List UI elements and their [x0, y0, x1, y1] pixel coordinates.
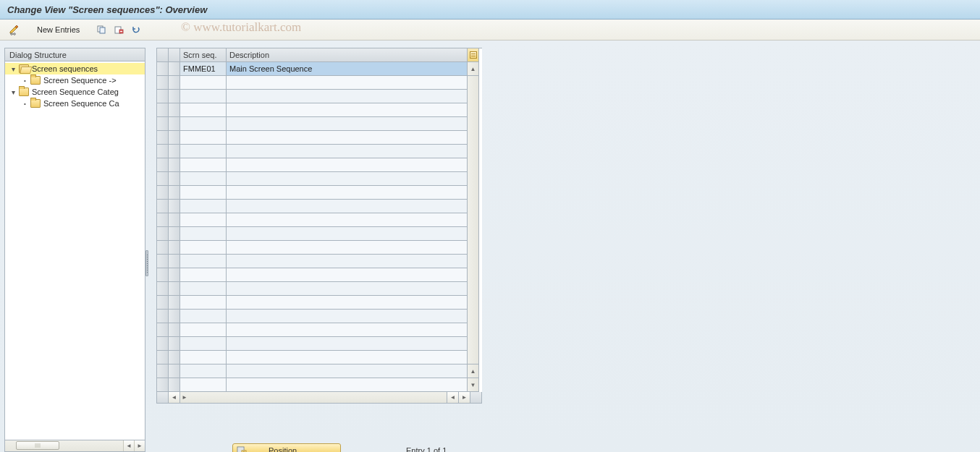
grid-row-selector[interactable]	[169, 186, 180, 200]
grid-row-marker[interactable]	[157, 103, 169, 117]
grid-cell-empty[interactable]	[180, 296, 227, 310]
grid-row-marker[interactable]	[157, 241, 169, 255]
grid-row-marker[interactable]	[157, 145, 169, 158]
grid-cell-empty[interactable]	[180, 364, 227, 378]
grid-row-marker[interactable]	[157, 62, 169, 76]
grid-hscroll-right-outer[interactable]: ►	[459, 392, 470, 404]
collapse-icon[interactable]: ▾	[9, 88, 17, 96]
grid-row-selector[interactable]	[169, 241, 180, 255]
grid-cell-empty[interactable]	[180, 117, 227, 131]
delete-button[interactable]	[111, 22, 127, 37]
grid-cell-empty[interactable]	[180, 227, 227, 241]
grid-row-selector[interactable]	[169, 323, 180, 337]
grid-row-marker[interactable]	[157, 90, 169, 103]
grid-cell-empty[interactable]	[227, 117, 468, 131]
grid-cell-empty[interactable]	[180, 378, 227, 392]
grid-row-selector[interactable]	[169, 145, 180, 158]
grid-cell-empty[interactable]	[180, 158, 227, 172]
grid-row-marker[interactable]	[157, 200, 169, 213]
grid-cell-empty[interactable]	[227, 296, 468, 310]
grid-row-selector[interactable]	[169, 364, 180, 378]
sidebar-hscroll-left[interactable]: ◄	[123, 440, 134, 451]
dialog-structure-tree[interactable]: ▾Screen sequences•Screen Sequence ->▾Scr…	[4, 61, 145, 440]
grid-cell-empty[interactable]	[227, 158, 468, 172]
grid-cell-empty[interactable]	[180, 213, 227, 227]
grid-row-marker[interactable]	[157, 227, 169, 241]
sidebar-hscrollbar[interactable]: ◄ ►	[4, 440, 145, 452]
grid-cell-empty[interactable]	[227, 200, 468, 213]
grid-cell-empty[interactable]	[180, 186, 227, 200]
tree-node[interactable]: ▾Screen Sequence Categ	[5, 86, 145, 98]
grid-cell-empty[interactable]	[227, 76, 468, 90]
grid-cell-empty[interactable]	[227, 131, 468, 145]
grid-hscroll-right-inner[interactable]: ◄	[447, 392, 459, 404]
grid-cell-empty[interactable]	[180, 351, 227, 364]
grid-cell-empty[interactable]	[180, 131, 227, 145]
grid-cell-empty[interactable]	[180, 255, 227, 268]
splitter-handle[interactable]	[145, 250, 148, 276]
grid-cell-empty[interactable]	[227, 337, 468, 351]
grid-row-marker[interactable]	[157, 323, 169, 337]
grid-row-selector[interactable]	[169, 310, 180, 323]
grid-cell-empty[interactable]	[227, 268, 468, 282]
grid-row-selector[interactable]	[169, 378, 180, 392]
grid-row-marker[interactable]	[157, 378, 169, 392]
grid-row-marker[interactable]	[157, 186, 169, 200]
tree-node[interactable]: •Screen Sequence ->	[5, 74, 145, 86]
grid-row-selector[interactable]	[169, 337, 180, 351]
grid-vscroll-up[interactable]: ▲	[468, 62, 479, 76]
grid-cell-empty[interactable]	[227, 186, 468, 200]
column-header-scrn-seq[interactable]: Scrn seq.	[180, 48, 227, 62]
grid-row-selector[interactable]	[169, 103, 180, 117]
grid-cell-empty[interactable]	[180, 145, 227, 158]
grid-cell-empty[interactable]	[227, 323, 468, 337]
grid-hscroll-left-outer[interactable]: ◄	[169, 392, 180, 404]
grid-cell-empty[interactable]	[180, 323, 227, 337]
grid-cell-empty[interactable]	[180, 241, 227, 255]
grid-row-selector[interactable]	[169, 296, 180, 310]
column-header-description[interactable]: Description	[227, 48, 468, 62]
grid-row-selector[interactable]	[169, 282, 180, 296]
grid-row-marker[interactable]	[157, 213, 169, 227]
grid-cell-empty[interactable]	[227, 282, 468, 296]
grid-row-marker[interactable]	[157, 296, 169, 310]
grid-row-marker[interactable]	[157, 364, 169, 378]
grid-row-marker[interactable]	[157, 117, 169, 131]
grid-cell-empty[interactable]	[180, 337, 227, 351]
grid-cell-empty[interactable]	[227, 145, 468, 158]
grid-row-marker[interactable]	[157, 158, 169, 172]
grid-cell-empty[interactable]	[227, 255, 468, 268]
grid-cell-empty[interactable]	[180, 200, 227, 213]
grid-row-marker[interactable]	[157, 172, 169, 186]
grid-row-selector[interactable]	[169, 158, 180, 172]
grid-cell-empty[interactable]	[180, 76, 227, 90]
grid-row-marker[interactable]	[157, 268, 169, 282]
grid-row-selector[interactable]	[169, 213, 180, 227]
grid-row-selector[interactable]	[169, 117, 180, 131]
sidebar-hscroll-right[interactable]: ►	[134, 440, 145, 451]
grid-row-marker[interactable]	[157, 131, 169, 145]
grid-row-marker[interactable]	[157, 337, 169, 351]
grid-row-selector[interactable]	[169, 131, 180, 145]
grid-row-marker[interactable]	[157, 351, 169, 364]
grid-cell-empty[interactable]	[180, 282, 227, 296]
grid-row-selector[interactable]	[169, 351, 180, 364]
new-entries-button[interactable]: New Entries	[30, 22, 86, 37]
grid-row-marker[interactable]	[157, 76, 169, 90]
grid-cell-empty[interactable]	[227, 364, 468, 378]
grid-cell-empty[interactable]	[227, 351, 468, 364]
grid-cell-empty[interactable]	[180, 268, 227, 282]
grid-cell-empty[interactable]	[180, 310, 227, 323]
grid-cell-empty[interactable]	[180, 103, 227, 117]
tree-node[interactable]: ▾Screen sequences	[5, 63, 145, 74]
grid-row-selector[interactable]	[169, 268, 180, 282]
grid-row-marker[interactable]	[157, 282, 169, 296]
undo-button[interactable]	[128, 22, 144, 37]
grid-cell-empty[interactable]	[227, 172, 468, 186]
grid-cell-empty[interactable]	[227, 310, 468, 323]
grid-vscroll-track[interactable]	[468, 76, 479, 364]
grid-cell-empty[interactable]	[227, 378, 468, 392]
sidebar-hscroll-thumb[interactable]	[16, 441, 59, 450]
grid-cell-empty[interactable]	[227, 90, 468, 103]
tree-node[interactable]: •Screen Sequence Ca	[5, 98, 145, 109]
